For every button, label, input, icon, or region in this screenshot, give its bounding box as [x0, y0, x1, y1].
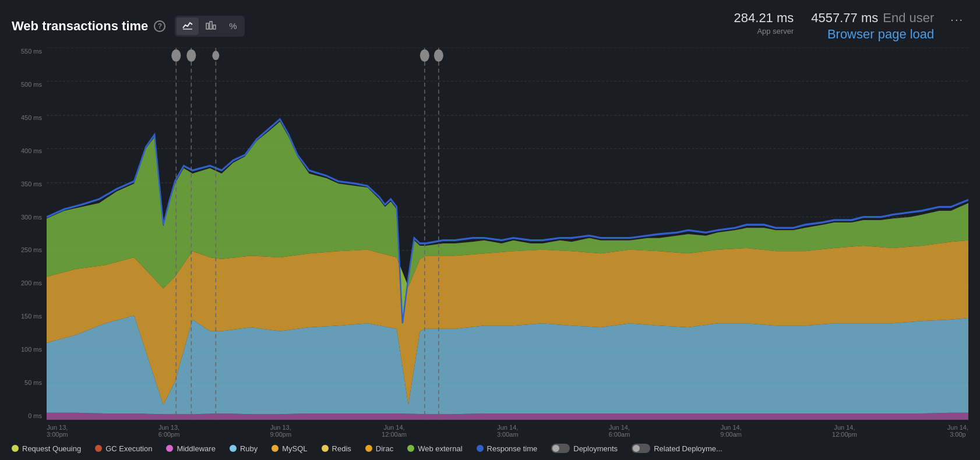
gc-execution-label: GC Execution: [105, 444, 152, 453]
response-time-label: Response time: [487, 444, 538, 453]
end-user-value: 4557.77 ms: [811, 10, 878, 26]
chart-area: 550 ms 500 ms 450 ms 400 ms 350 ms 300 m…: [12, 48, 968, 420]
related-deployments-toggle[interactable]: [632, 444, 650, 453]
deployments-label: Deployments: [573, 444, 618, 453]
y-label-550: 550 ms: [12, 48, 47, 55]
y-label-250: 250 ms: [12, 246, 47, 253]
redis-dot: [322, 445, 329, 452]
bar-chart-icon: [206, 20, 216, 30]
legend-request-queuing: Request Queuing: [12, 444, 81, 453]
chart-svg: Ruby Deployments: [47, 48, 968, 420]
chart-wrapper: Ruby Deployments: [47, 48, 968, 420]
web-external-dot: [407, 445, 414, 452]
y-label-50: 50 ms: [12, 379, 47, 386]
line-chart-icon: [182, 20, 193, 30]
deployments-toggle[interactable]: [551, 444, 570, 453]
x-label-1: Jun 13,6:00pm: [158, 424, 180, 438]
percent-button[interactable]: %: [223, 17, 242, 35]
x-label-4: Jun 14,3:00am: [497, 424, 519, 438]
dirac-label: Dirac: [376, 444, 393, 453]
related-deployments-toggle-knob: [633, 445, 640, 452]
legend: Request Queuing GC Execution Middleware …: [12, 438, 968, 453]
svg-rect-1: [206, 23, 209, 29]
y-label-350: 350 ms: [12, 181, 47, 187]
x-label-8: Jun 14,3:00p: [947, 424, 968, 438]
y-label-300: 300 ms: [12, 214, 47, 221]
legend-dirac: Dirac: [365, 444, 393, 453]
legend-deployments[interactable]: Deployments: [551, 444, 618, 453]
response-time-dot: [477, 445, 484, 452]
legend-web-external: Web external: [407, 444, 462, 453]
redis-label: Redis: [332, 444, 351, 453]
y-label-100: 100 ms: [12, 346, 47, 353]
x-label-5: Jun 14,6:00am: [609, 424, 630, 438]
deployment-dot-3[interactable]: [212, 51, 219, 60]
help-icon[interactable]: ?: [154, 20, 165, 32]
deployment-dot-2[interactable]: [186, 49, 196, 62]
legend-response-time: Response time: [477, 444, 538, 453]
middleware-label: Middleware: [177, 444, 215, 453]
end-user-label-static: End user: [883, 10, 934, 26]
middleware-dot: [166, 445, 173, 452]
header-left: Web transactions time ?: [12, 16, 245, 37]
end-user-metric: 4557.77 ms End user Browser page load: [811, 10, 934, 42]
ruby-dot: [230, 445, 237, 452]
title-text: Web transactions time: [12, 19, 148, 34]
y-label-200: 200 ms: [12, 279, 47, 286]
x-label-0: Jun 13,3:00pm: [47, 424, 68, 438]
line-chart-button[interactable]: [177, 17, 199, 35]
more-options-button[interactable]: ···: [946, 10, 968, 29]
ruby-label: Ruby: [240, 444, 258, 453]
header-right: 284.21 ms App server 4557.77 ms End user…: [734, 10, 968, 42]
y-label-400: 400 ms: [12, 147, 47, 154]
browser-page-load-link[interactable]: Browser page load: [827, 27, 934, 41]
main-container: Web transactions time ?: [0, 0, 980, 460]
gc-execution-dot: [95, 445, 102, 452]
legend-gc-execution: GC Execution: [95, 444, 152, 453]
legend-redis: Redis: [322, 444, 351, 453]
x-label-7: Jun 14,12:00pm: [832, 424, 857, 438]
y-label-450: 450 ms: [12, 114, 47, 121]
chart-type-buttons: %: [175, 16, 244, 37]
x-label-6: Jun 14,9:00am: [720, 424, 742, 438]
bar-chart-button[interactable]: [200, 17, 222, 35]
mysql-dot: [272, 445, 279, 452]
x-label-2: Jun 13,9:00pm: [270, 424, 291, 438]
app-server-metric: 284.21 ms App server: [734, 10, 794, 36]
related-deployments-label: Related Deployme...: [654, 444, 722, 453]
dirac-dot: [365, 445, 372, 452]
percent-icon: %: [229, 21, 237, 31]
header: Web transactions time ?: [12, 10, 968, 42]
legend-middleware: Middleware: [166, 444, 215, 453]
x-label-3: Jun 14,12:00am: [382, 424, 407, 438]
legend-related-deployments[interactable]: Related Deployme...: [632, 444, 722, 453]
app-server-label: App server: [757, 27, 794, 36]
x-axis: Jun 13,3:00pm Jun 13,6:00pm Jun 13,9:00p…: [12, 420, 968, 438]
web-external-label: Web external: [418, 444, 462, 453]
request-queuing-dot: [12, 445, 19, 452]
app-server-value: 284.21 ms: [734, 10, 794, 26]
chart-title: Web transactions time ?: [12, 19, 165, 34]
deployment-dot-4[interactable]: [420, 49, 429, 62]
y-axis: 550 ms 500 ms 450 ms 400 ms 350 ms 300 m…: [12, 48, 47, 420]
svg-rect-3: [213, 25, 216, 29]
y-label-150: 150 ms: [12, 313, 47, 320]
deployment-dot-1[interactable]: [171, 49, 181, 62]
request-queuing-label: Request Queuing: [22, 444, 81, 453]
deployment-dot-5[interactable]: [434, 49, 443, 62]
y-label-0: 0 ms: [12, 412, 47, 419]
mysql-label: MySQL: [282, 444, 307, 453]
legend-mysql: MySQL: [272, 444, 307, 453]
legend-ruby: Ruby: [230, 444, 258, 453]
y-label-500: 500 ms: [12, 81, 47, 88]
svg-rect-2: [210, 22, 212, 29]
deployments-toggle-knob: [552, 445, 559, 452]
